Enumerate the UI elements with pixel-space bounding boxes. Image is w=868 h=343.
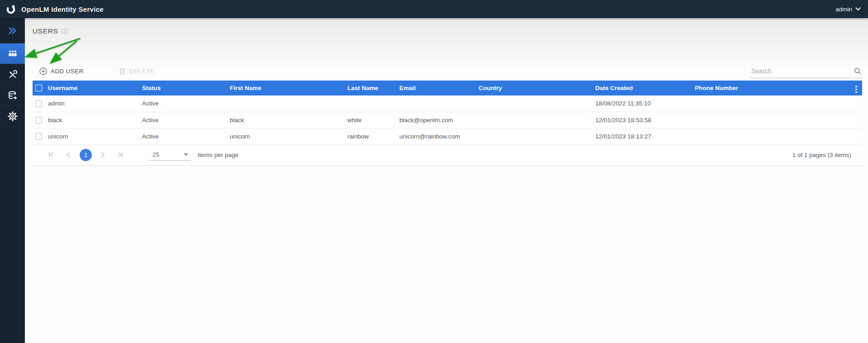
app-title: OpenLM Identity Service <box>21 5 104 13</box>
delete-button[interactable]: DELETE <box>119 67 154 75</box>
users-table: Username Status First Name Last Name Ema… <box>33 81 862 166</box>
add-user-label: ADD USER <box>51 68 84 75</box>
chevron-down-icon <box>855 7 861 11</box>
cell-country <box>475 95 592 112</box>
cell-email: unicorn@rainbow.com <box>396 128 475 144</box>
dropdown-caret-icon <box>183 153 189 157</box>
user-menu-label: admin <box>835 6 852 13</box>
table-row[interactable]: admin Active 18/08/2022 11:35:10 <box>33 95 862 112</box>
items-per-page-label: Items per page <box>198 152 238 158</box>
page-size-select[interactable]: 25 <box>149 149 190 161</box>
column-header-email[interactable]: Email <box>396 81 475 95</box>
column-header-first-name[interactable]: First Name <box>226 81 344 95</box>
page-next-icon[interactable] <box>95 149 112 161</box>
page-header: USERS <box>33 27 68 35</box>
row-checkbox[interactable] <box>35 100 42 107</box>
sidebar-item-data[interactable] <box>0 85 25 106</box>
page-prev-icon[interactable] <box>60 149 77 161</box>
cell-email <box>396 95 475 112</box>
cell-status: Active <box>138 95 226 112</box>
sidebar-item-users[interactable] <box>0 43 25 64</box>
table-row[interactable]: unicorn Active unicorn rainbow unicorn@r… <box>33 128 862 144</box>
kebab-menu-icon[interactable] <box>853 85 860 95</box>
page-title: USERS <box>33 27 58 35</box>
cell-first-name: black <box>226 112 344 128</box>
page-size-value: 25 <box>152 151 159 158</box>
cell-date-created: 12/01/2023 18:13:27 <box>592 128 691 144</box>
double-chevron-right-icon <box>8 27 18 35</box>
page-first-icon[interactable] <box>43 149 60 161</box>
pagination-summary: 1 of 1 pages (3 items) <box>792 152 851 158</box>
info-icon[interactable] <box>62 28 68 34</box>
table-header-row: Username Status First Name Last Name Ema… <box>33 81 862 95</box>
sidebar-nav <box>0 18 25 343</box>
search-input[interactable] <box>750 67 849 75</box>
cell-last-name: rainbow <box>344 128 396 144</box>
main-content: USERS ADD USER DELETE <box>25 18 868 343</box>
row-checkbox[interactable] <box>35 117 42 124</box>
column-header-last-name[interactable]: Last Name <box>344 81 396 95</box>
top-bar: OpenLM Identity Service admin <box>0 0 868 18</box>
cell-first-name: unicorn <box>226 128 344 144</box>
grid-toolbar: ADD USER DELETE <box>39 62 862 81</box>
trash-icon <box>119 67 126 75</box>
sidebar-item-administration[interactable] <box>0 64 25 85</box>
cell-country <box>475 112 592 128</box>
cell-phone-number <box>691 112 850 128</box>
column-header-status[interactable]: Status <box>138 81 226 95</box>
column-header-country[interactable]: Country <box>475 81 592 95</box>
cell-phone-number <box>691 128 850 144</box>
table-row[interactable]: black Active black white black@openlm.co… <box>33 112 862 128</box>
current-page-button[interactable]: 1 <box>80 149 92 161</box>
database-icon <box>8 91 18 100</box>
cell-status: Active <box>138 128 226 144</box>
cell-username: black <box>44 112 138 128</box>
cell-status: Active <box>138 112 226 128</box>
gear-icon <box>8 111 18 121</box>
page-last-icon[interactable] <box>112 149 129 161</box>
cell-country <box>475 128 592 144</box>
openlm-logo-icon <box>5 4 16 14</box>
row-checkbox[interactable] <box>35 133 42 140</box>
add-user-button[interactable]: ADD USER <box>39 67 84 75</box>
cell-email: black@openlm.com <box>396 112 475 128</box>
sidebar-item-settings[interactable] <box>0 106 25 127</box>
cell-last-name: white <box>344 112 396 128</box>
tools-icon <box>8 70 18 80</box>
user-menu[interactable]: admin <box>835 6 861 13</box>
cell-phone-number <box>691 95 850 112</box>
select-all-checkbox[interactable] <box>35 85 42 91</box>
pagination-bar: 1 25 Items per page 1 of 1 pages (3 item… <box>33 145 862 166</box>
column-header-phone-number[interactable]: Phone Number <box>691 81 850 95</box>
cell-username: admin <box>44 95 138 112</box>
cell-username: unicorn <box>44 128 138 144</box>
sidebar-item-expand[interactable] <box>0 18 25 43</box>
cell-last-name <box>344 95 396 112</box>
cell-date-created: 12/01/2023 18:53:58 <box>592 112 691 128</box>
delete-label: DELETE <box>129 68 154 75</box>
cell-first-name <box>226 95 344 112</box>
users-icon <box>7 49 18 58</box>
cell-date-created: 18/08/2022 11:35:10 <box>592 95 691 112</box>
circle-plus-icon <box>39 67 47 75</box>
column-header-date-created[interactable]: Date Created <box>592 81 691 95</box>
search-box <box>750 64 862 78</box>
magnifier-icon[interactable] <box>854 67 861 75</box>
column-header-username[interactable]: Username <box>44 81 138 95</box>
